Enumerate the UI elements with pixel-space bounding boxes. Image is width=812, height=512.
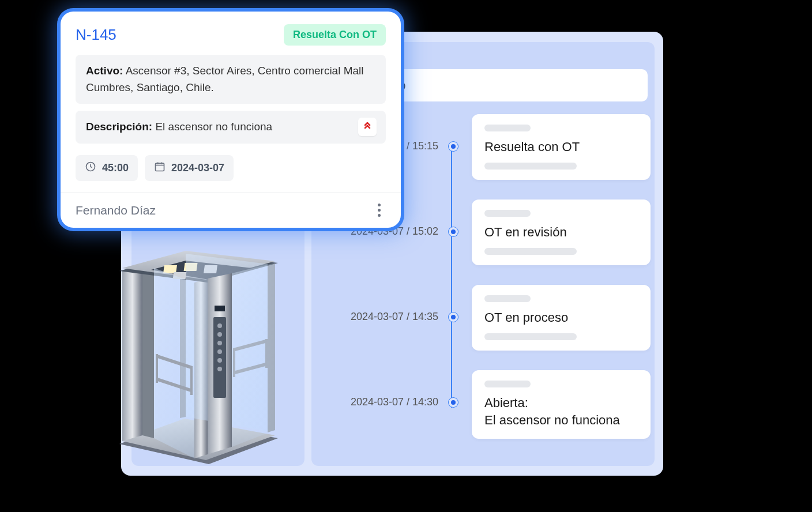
- clock-icon: [85, 161, 96, 175]
- timeline-card-title: OT en revisión: [484, 224, 638, 241]
- svg-rect-18: [213, 317, 226, 398]
- timeline-dot-icon: [449, 398, 458, 407]
- svg-point-22: [217, 349, 222, 354]
- elevator-image: [105, 236, 290, 467]
- svg-rect-1: [156, 163, 164, 171]
- timeline-card[interactable]: OT en revisión: [472, 199, 651, 265]
- svg-point-20: [217, 332, 222, 337]
- priority-high-icon: [358, 118, 377, 136]
- descripcion-value: El ascensor no funciona: [155, 121, 272, 133]
- timeline-card[interactable]: Abierta: El ascensor no funciona: [472, 370, 651, 439]
- svg-point-21: [217, 341, 222, 345]
- timeline-timestamp: 2024-03-07 / 14:30: [334, 396, 438, 408]
- timeline-item: 2024-03-07 / 14:35 OT en proceso: [334, 285, 651, 351]
- ticket-meta-row: 45:00 2024-03-07: [61, 150, 401, 193]
- ticket-id: N-145: [76, 26, 116, 44]
- svg-rect-12: [163, 265, 177, 273]
- ticket-card[interactable]: N-145 Resuelta Con OT Activo: Ascensor #…: [61, 12, 401, 228]
- timeline-timestamp: 2024-03-07 / 14:35: [334, 311, 438, 323]
- svg-rect-29: [156, 354, 158, 383]
- activo-value: Ascensor #3, Sector Aires, Centro comerc…: [86, 65, 364, 93]
- status-badge: Resuelta Con OT: [284, 24, 386, 46]
- svg-rect-30: [190, 366, 193, 395]
- timeline-card[interactable]: Resuelta con OT: [472, 114, 651, 180]
- svg-marker-4: [122, 265, 142, 441]
- svg-marker-5: [142, 265, 154, 438]
- skeleton-placeholder: [484, 333, 577, 340]
- more-vertical-icon[interactable]: [372, 204, 386, 217]
- duration-chip: 45:00: [76, 155, 138, 181]
- svg-point-23: [217, 358, 222, 363]
- date-chip: 2024-03-07: [145, 155, 234, 181]
- calendar-icon: [154, 161, 166, 175]
- duration-value: 45:00: [102, 162, 129, 174]
- timeline-card-title: OT en proceso: [484, 309, 638, 326]
- timeline-dot-icon: [449, 227, 458, 236]
- ticket-header: N-145 Resuelta Con OT: [61, 12, 401, 55]
- timeline-dot-icon: [449, 142, 458, 151]
- timeline-card-title: Abierta: El ascensor no funciona: [484, 394, 638, 428]
- ticket-footer: Fernando Díaz: [61, 193, 401, 228]
- assignee-name: Fernando Díaz: [76, 204, 156, 217]
- svg-rect-25: [215, 306, 225, 311]
- skeleton-placeholder: [484, 210, 531, 217]
- skeleton-placeholder: [484, 125, 531, 131]
- skeleton-placeholder: [484, 381, 531, 387]
- date-value: 2024-03-07: [171, 162, 224, 174]
- activo-label: Activo:: [86, 65, 123, 77]
- svg-marker-35: [232, 263, 275, 447]
- svg-point-19: [217, 323, 222, 328]
- skeleton-placeholder: [484, 248, 577, 255]
- timeline-line: [451, 148, 452, 408]
- descripcion-label: Descripción:: [86, 121, 152, 133]
- timeline-card-title: Resuelta con OT: [484, 138, 638, 156]
- timeline-item: 2024-03-07 / 14:30 Abierta: El ascensor …: [334, 370, 651, 439]
- descripcion-field: Descripción: El ascensor no funciona: [76, 111, 386, 144]
- svg-point-24: [217, 367, 222, 371]
- timeline-dot-icon: [449, 313, 458, 322]
- activo-field: Activo: Ascensor #3, Sector Aires, Centr…: [76, 55, 386, 104]
- timeline-card[interactable]: OT en proceso: [472, 285, 651, 351]
- skeleton-placeholder: [484, 295, 531, 302]
- skeleton-placeholder: [484, 163, 577, 170]
